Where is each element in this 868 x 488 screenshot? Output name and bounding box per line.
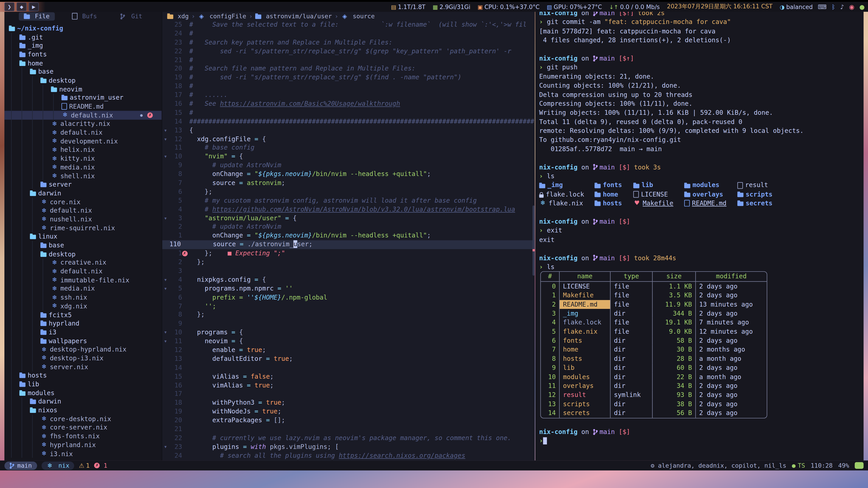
tree-item[interactable]: linux [4, 232, 162, 241]
tree-item[interactable]: neovim [4, 85, 162, 93]
tree-item[interactable]: base [4, 67, 162, 76]
terminal-window[interactable]: nix-config on main [$!] took 2s› git com… [535, 2, 864, 460]
fold-icon[interactable]: ▾ [162, 126, 169, 135]
nix-icon: ❄ [40, 363, 48, 370]
tree-item[interactable]: fcitx5 [4, 311, 162, 319]
tree-item[interactable]: ❄i3.nix [4, 449, 162, 458]
tree-tab-git[interactable]: Git [114, 12, 147, 20]
tree-item[interactable]: ❄development.nix [4, 137, 162, 145]
fold-icon[interactable]: ▾ [162, 328, 169, 337]
indent-guide [53, 102, 61, 111]
fold-icon[interactable]: ▾ [162, 443, 169, 451]
breadcrumb-item[interactable]: astronvim/lua/user [255, 13, 332, 20]
tree-item[interactable]: ❄hyprland.nix [4, 441, 162, 449]
tree-item[interactable]: ❄core.nix [4, 197, 162, 206]
workspace-icon-3[interactable]: ▶ [29, 2, 39, 11]
tree-item[interactable]: darwin [4, 397, 162, 406]
tree-item[interactable]: fonts [4, 50, 162, 59]
tree-item[interactable]: ❄media.nix [4, 163, 162, 171]
terminal-line: nix-config on main [$] took 28m44s [539, 253, 864, 262]
tree-item[interactable]: ❄desktop-i3.nix [4, 354, 162, 362]
tree-item[interactable]: hosts [4, 371, 162, 380]
code-token [189, 293, 213, 301]
tree-item[interactable]: README.md [4, 102, 162, 111]
keyboard-icon[interactable]: ⌨ [818, 3, 827, 10]
code-line: ▾3 "astronvim/lua/user" = { [162, 214, 535, 223]
tree-item[interactable]: darwin [4, 189, 162, 197]
tree-item[interactable]: ❄helix.nix [4, 145, 162, 154]
tree-item[interactable]: nixos [4, 406, 162, 414]
indent-guide [11, 267, 20, 275]
tree-item[interactable]: astronvim_user [4, 93, 162, 102]
scrollbar-thumb[interactable] [532, 205, 535, 275]
tree-item[interactable]: base [4, 241, 162, 250]
line-number: 22 [169, 434, 182, 443]
tree-item[interactable]: ❄xdg.nix [4, 302, 162, 310]
tree-item[interactable]: desktop [4, 250, 162, 258]
tree-item[interactable]: ❄rime-squirrel.nix [4, 224, 162, 232]
warning-count[interactable]: ⚠1 [79, 462, 90, 469]
volume-icon[interactable]: ♪ [840, 3, 844, 10]
tree-item[interactable]: ❄ssh.nix [4, 293, 162, 302]
tree-item[interactable]: .git [4, 33, 162, 41]
tree-item[interactable]: ❄nushell.nix [4, 215, 162, 223]
tree-tab-bufs[interactable]: Bufs [67, 12, 102, 20]
tree-item[interactable]: wallpapers [4, 336, 162, 345]
code-token: = [236, 240, 247, 248]
tree-item[interactable]: modules [4, 389, 162, 397]
editor-scrollbar[interactable] [532, 21, 535, 460]
tree-item[interactable]: lib [4, 380, 162, 388]
tree-item[interactable]: ❄shell.nix [4, 171, 162, 180]
workspace-icon-2[interactable]: ◆ [17, 2, 26, 11]
tree-item[interactable]: ❄default.nix●✗ [4, 111, 162, 119]
error-count[interactable]: ✗1 [94, 462, 107, 469]
status-dot-icon[interactable]: ● [860, 3, 865, 10]
tree-tab-file[interactable]: File [19, 12, 55, 20]
breadcrumb-item[interactable]: xdg [167, 13, 189, 20]
breadcrumb-item[interactable]: ◈configFile [198, 13, 246, 20]
indent-guide [32, 215, 40, 223]
tree-item[interactable]: ❄media.nix [4, 285, 162, 293]
code-token: # ...... [189, 91, 228, 99]
tree-item[interactable]: desktop [4, 76, 162, 85]
tree-item[interactable]: ❄kitty.nix [4, 154, 162, 163]
tree-item[interactable]: server [4, 180, 162, 189]
tree-item[interactable]: ❄alacritty.nix [4, 120, 162, 128]
tree-item[interactable]: ❄core-server.nix [4, 423, 162, 432]
tree-item[interactable]: ❄creative.nix [4, 258, 162, 267]
fold-icon[interactable]: ▾ [162, 214, 169, 223]
fold-icon[interactable]: ▾ [162, 153, 169, 161]
code-text: }; [189, 188, 213, 197]
workspace-icon-1[interactable]: ❯ [4, 2, 14, 11]
fold-icon[interactable]: ▾ [162, 285, 169, 293]
tree-item[interactable]: ❄desktop-hyprland.nix [4, 345, 162, 354]
code-area[interactable]: 25# Save the selected text to a file: `:… [162, 21, 535, 460]
indent-guide [11, 111, 20, 119]
tree-item[interactable]: ❄default.nix [4, 128, 162, 137]
tree-item[interactable]: ❄server.nix [4, 362, 162, 371]
fold-icon[interactable]: ▾ [162, 337, 169, 346]
power-icon[interactable]: ◉ [849, 3, 855, 10]
indent-guide [32, 154, 40, 163]
terminal-line: Writing objects: 100% (11/11), 1.16 KiB … [539, 108, 864, 117]
tree-item[interactable]: home [4, 59, 162, 67]
tree-item[interactable]: hyprland [4, 319, 162, 328]
tree-item[interactable]: ❄immutable-file.nix [4, 275, 162, 284]
code-text: }; [189, 311, 205, 320]
tree-item[interactable]: ❄default.nix [4, 206, 162, 215]
statusbar-branch[interactable]: main [4, 461, 37, 470]
breadcrumb-item[interactable]: ◈source [341, 13, 375, 20]
terminal-token: Delta compression using up to 20 threads [539, 90, 692, 99]
fold-icon[interactable]: ▾ [162, 135, 169, 144]
tree-item[interactable]: ❄core-desktop.nix [4, 415, 162, 423]
tree-items[interactable]: ~/nix-config.git_imgfontshomebasedesktop… [4, 22, 162, 461]
fold-icon[interactable]: ▾ [162, 275, 169, 285]
bluetooth-icon[interactable]: ᛒ [832, 3, 835, 10]
fold-icon [162, 240, 169, 249]
tree-item[interactable]: _img [4, 41, 162, 50]
tree-item[interactable]: ❄default.nix [4, 267, 162, 275]
tree-item[interactable]: ❄fhs-fonts.nix [4, 432, 162, 441]
statusbar-filetype[interactable]: ❄nix [41, 461, 74, 470]
tree-item[interactable]: i3 [4, 328, 162, 336]
tree-item[interactable]: ~/nix-config [4, 24, 162, 33]
